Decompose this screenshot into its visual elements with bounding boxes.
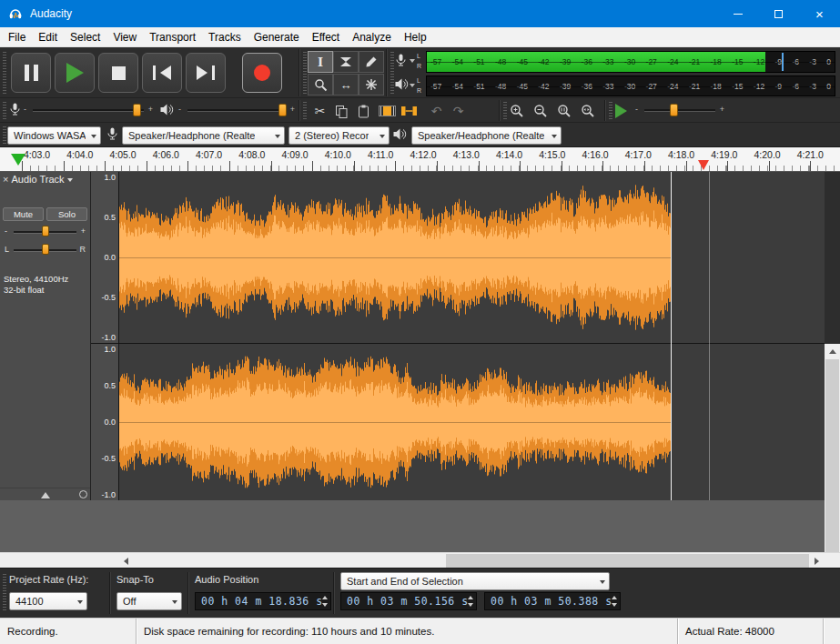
selection-start-field[interactable]: 00 h 03 m 50.156 s <box>340 592 477 610</box>
playback-meter[interactable]: LR -57-54-51-48-45-42-39-36-33-30-27-24-… <box>393 75 838 97</box>
scroll-right-button[interactable] <box>809 553 825 569</box>
silence-audio-button[interactable] <box>399 101 420 121</box>
mute-button[interactable]: Mute <box>3 207 44 221</box>
skip-to-end-button[interactable] <box>186 53 226 93</box>
vertical-ruler-channel-2[interactable]: 1.00.50.0-0.5-1.0 <box>91 344 119 500</box>
timeline-label: 4:21.0 <box>797 149 824 160</box>
zoom-in-button[interactable] <box>506 101 527 121</box>
play-at-speed-button[interactable] <box>615 104 627 118</box>
recording-volume-slider[interactable]: - + <box>24 102 153 118</box>
horizontal-scrollbar[interactable] <box>0 552 840 568</box>
meter-dropdown-icon[interactable] <box>410 84 415 87</box>
menu-item[interactable]: Effect <box>306 27 346 46</box>
amplitude-label: -0.5 <box>101 293 116 302</box>
slider-thumb[interactable] <box>670 104 678 116</box>
track-collapse-button[interactable] <box>29 490 62 499</box>
slider-thumb[interactable] <box>42 226 49 236</box>
copy-icon <box>335 105 349 118</box>
copy-button[interactable] <box>331 101 352 121</box>
selection-tool-button[interactable]: I <box>308 51 333 73</box>
trim-audio-button[interactable] <box>377 101 398 121</box>
play-button[interactable] <box>55 53 95 93</box>
time-spinner[interactable] <box>320 596 329 607</box>
envelope-tool-button[interactable] <box>333 51 359 73</box>
timeline-ruler[interactable]: 4:03.04:04.04:05.04:06.04:07.04:08.04:09… <box>0 147 840 172</box>
maximize-button[interactable] <box>758 0 799 27</box>
cut-button[interactable]: ✂ <box>309 101 330 121</box>
multi-tool-button[interactable] <box>359 74 384 96</box>
close-button[interactable]: × <box>799 0 840 27</box>
track-close-button[interactable]: × <box>3 174 8 185</box>
playback-meter-bar[interactable]: -57-54-51-48-45-42-39-36-33-30-27-24-21-… <box>426 75 835 96</box>
audio-position-field[interactable]: 00 h 04 m 18.836 s <box>195 592 331 610</box>
menu-item[interactable]: Edit <box>32 27 64 46</box>
timeline-label: 4:13.0 <box>453 149 480 160</box>
project-rate-select[interactable]: 44100 <box>9 592 87 610</box>
snap-to-select[interactable]: Off <box>116 592 182 610</box>
pause-button[interactable] <box>11 53 51 93</box>
slider-thumb[interactable] <box>133 104 141 116</box>
menu-item[interactable]: Tracks <box>202 27 248 46</box>
selection-toolbar-grip[interactable] <box>3 574 6 612</box>
recording-meter[interactable]: LR -57-54-51-48-45-42-39-36-33-30-27-24-… <box>393 50 838 74</box>
draw-tool-button[interactable] <box>359 51 384 73</box>
device-toolbar-grip[interactable] <box>3 126 6 144</box>
track-pan-slider[interactable]: L R <box>5 243 86 257</box>
zoom-selection-button[interactable] <box>553 101 574 121</box>
meter-channel-labels: LR <box>417 52 421 71</box>
horizontal-scroll-thumb[interactable] <box>446 554 809 568</box>
zoom-out-button[interactable] <box>530 101 551 121</box>
playback-device-select[interactable]: Speaker/Headphone (Realte <box>411 126 562 145</box>
microphone-icon[interactable] <box>395 54 407 67</box>
transport-toolbar-grip[interactable] <box>3 52 6 94</box>
recording-channels-select[interactable]: 2 (Stereo) Recor <box>288 126 390 145</box>
play-head-pin-icon[interactable] <box>11 154 25 166</box>
selection-mode-select[interactable]: Start and End of Selection <box>340 572 610 590</box>
redo-button[interactable]: ↷ <box>448 101 469 121</box>
time-spinner[interactable] <box>466 596 474 607</box>
paste-button[interactable] <box>353 101 374 121</box>
scroll-up-button[interactable] <box>825 344 840 359</box>
play-speed-slider[interactable]: - + <box>635 102 724 118</box>
zoom-fit-button[interactable] <box>577 101 598 121</box>
slider-thumb[interactable] <box>278 104 287 116</box>
audacity-window: Audacity × FileEditSelectViewTransportTr… <box>0 0 840 644</box>
recording-device-select[interactable]: Speaker/Headphone (Realte <box>122 126 285 145</box>
menu-item[interactable]: View <box>106 27 143 46</box>
solo-button[interactable]: Solo <box>46 207 87 221</box>
stop-button[interactable] <box>98 53 138 93</box>
minimize-button[interactable] <box>717 0 758 27</box>
redo-icon: ↷ <box>453 105 464 117</box>
selection-end-field[interactable]: 00 h 03 m 50.388 s <box>484 592 621 610</box>
time-shift-tool-button[interactable]: ↔ <box>333 74 359 96</box>
audio-host-select[interactable]: Windows WASA <box>7 126 101 145</box>
play-at-speed-toolbar-grip[interactable] <box>609 102 612 120</box>
mixer-toolbar-grip[interactable] <box>3 102 6 120</box>
menu-item[interactable]: Select <box>64 27 106 46</box>
undo-button[interactable]: ↶ <box>426 101 447 121</box>
track-menu-icon[interactable] <box>67 178 73 182</box>
speaker-icon[interactable] <box>395 78 409 90</box>
scroll-left-button[interactable] <box>118 553 134 569</box>
waveform-channel-2[interactable] <box>119 344 825 500</box>
time-spinner[interactable] <box>610 596 618 607</box>
recording-meter-bar[interactable]: -57-54-51-48-45-42-39-36-33-30-27-24-21-… <box>426 51 835 73</box>
vertical-ruler-channel-1[interactable]: 1.00.50.0-0.5-1.0 <box>91 172 119 343</box>
edit-toolbar-grip[interactable] <box>303 102 307 120</box>
menu-item[interactable]: Transport <box>143 27 202 46</box>
timeline-label: 4:11.0 <box>368 149 393 160</box>
meter-dropdown-icon[interactable] <box>410 59 415 63</box>
record-button[interactable] <box>242 53 282 93</box>
track-title[interactable]: Audio Track <box>11 174 64 185</box>
track-gain-slider[interactable]: - + <box>5 225 86 239</box>
slider-thumb[interactable] <box>42 244 49 255</box>
menu-item[interactable]: Generate <box>248 27 306 46</box>
menu-item[interactable]: Help <box>398 27 433 46</box>
menu-item[interactable]: File <box>2 27 32 46</box>
zoom-tool-button[interactable] <box>308 74 333 96</box>
skip-to-start-button[interactable] <box>142 53 182 93</box>
tools-toolbar-grip[interactable] <box>303 52 307 94</box>
menu-item[interactable]: Analyze <box>346 27 398 46</box>
playback-volume-slider[interactable]: - + <box>178 102 295 118</box>
waveform-channel-1[interactable] <box>119 172 825 343</box>
